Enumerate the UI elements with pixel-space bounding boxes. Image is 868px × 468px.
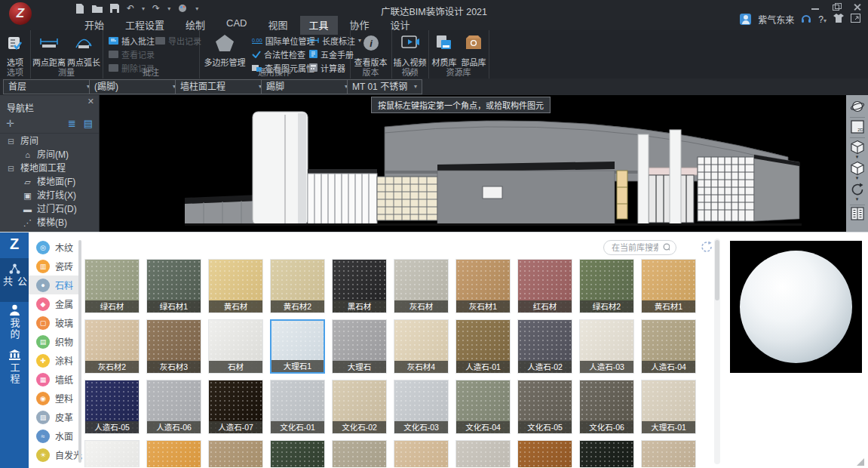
- sidebar-section-project[interactable]: 工程: [0, 344, 29, 394]
- search-input[interactable]: [610, 242, 660, 253]
- material-card[interactable]: [579, 440, 634, 467]
- headset-icon[interactable]: [801, 14, 811, 26]
- category-item[interactable]: ◎ 木纹: [29, 238, 81, 257]
- context-dropdown[interactable]: (踢脚)▾: [89, 79, 181, 94]
- rotate-view-button[interactable]: ▾: [849, 182, 866, 202]
- material-card[interactable]: 人造石-06: [146, 380, 201, 434]
- view-2d-button[interactable]: 2D: [849, 119, 866, 134]
- options-button[interactable]: 选项: [2, 32, 29, 68]
- cube-caret-icon[interactable]: ▾: [856, 155, 859, 159]
- category-item[interactable]: ▤ 织物: [29, 332, 81, 351]
- close-button[interactable]: [853, 3, 862, 11]
- material-card[interactable]: 灰石材4: [394, 319, 449, 374]
- material-card[interactable]: 绿石材2: [579, 259, 634, 313]
- tree-item[interactable]: ▣ 波打线(X): [0, 189, 99, 202]
- user-avatar[interactable]: [740, 14, 751, 25]
- category-item[interactable]: ◆ 金属: [29, 294, 81, 313]
- material-card[interactable]: 黄石材: [208, 259, 263, 313]
- schedule-button[interactable]: [849, 207, 866, 220]
- tree-item[interactable]: ⊟ 楼地面工程: [0, 162, 99, 175]
- material-card[interactable]: [517, 440, 572, 467]
- context-dropdown[interactable]: MT 01 不锈钢▾: [347, 79, 422, 94]
- rotate-caret-icon[interactable]: ▾: [856, 197, 859, 202]
- sidebar-section-mine[interactable]: 我的: [0, 299, 29, 347]
- category-item[interactable]: ▥ 瓷砖: [29, 257, 81, 276]
- category-item[interactable]: ≈ 水面: [29, 426, 81, 445]
- view-record-button[interactable]: 查看记录: [109, 48, 155, 60]
- menu-tab[interactable]: 绘制: [176, 16, 214, 35]
- menu-tab[interactable]: CAD: [217, 16, 256, 35]
- tree-item[interactable]: ⋰ 楼梯(B): [0, 216, 99, 229]
- material-card[interactable]: 文化石-03: [394, 380, 449, 434]
- view-version-button[interactable]: i 查看版本: [351, 32, 390, 68]
- category-item[interactable]: ✚ 涂料: [29, 351, 81, 370]
- material-card[interactable]: 黑石材: [332, 259, 387, 313]
- material-card[interactable]: [270, 440, 325, 467]
- material-card[interactable]: 人造石-03: [579, 319, 634, 374]
- material-card[interactable]: [641, 440, 696, 467]
- menu-tab[interactable]: 开始: [75, 16, 113, 35]
- material-card[interactable]: 人造石-01: [455, 319, 511, 374]
- add-view-icon[interactable]: ✛: [6, 118, 14, 129]
- material-card[interactable]: 人造石-02: [517, 319, 572, 374]
- material-card[interactable]: 灰石材: [394, 259, 449, 313]
- material-card[interactable]: 大理石1: [270, 319, 325, 374]
- material-card[interactable]: 人造石-05: [84, 380, 140, 434]
- material-card[interactable]: [332, 440, 387, 467]
- insert-annotation-button[interactable]: 插入批注: [109, 35, 155, 46]
- menu-tab[interactable]: 工程设置: [116, 16, 173, 35]
- material-card[interactable]: 人造石-07: [208, 380, 263, 434]
- two-point-distance-button[interactable]: 两点距离: [32, 32, 66, 68]
- tree-item[interactable]: ▬ 过门石(D): [0, 202, 99, 216]
- material-card[interactable]: 人造石-04: [641, 319, 696, 374]
- material-card[interactable]: [455, 440, 511, 467]
- material-card[interactable]: [146, 440, 201, 467]
- tree-item[interactable]: ⌂ 房间(M): [0, 148, 99, 162]
- cube-alt-view-button[interactable]: ▾: [849, 161, 866, 180]
- category-scrollbar[interactable]: [78, 240, 81, 463]
- category-item[interactable]: ● 石料: [29, 276, 81, 294]
- material-card[interactable]: 黄石材2: [270, 259, 325, 313]
- material-card[interactable]: 石材: [208, 319, 263, 374]
- material-card[interactable]: 绿石材1: [146, 259, 201, 313]
- cube-alt-caret-icon[interactable]: ▾: [856, 176, 859, 180]
- tree-item[interactable]: ⊟ 房间: [0, 134, 99, 148]
- resize-grip[interactable]: [857, 458, 864, 466]
- material-card[interactable]: [84, 440, 140, 467]
- context-dropdown[interactable]: 踢脚▾: [261, 79, 353, 94]
- category-item[interactable]: ◉ 塑料: [29, 389, 81, 408]
- menu-tab[interactable]: 视图: [259, 16, 297, 35]
- two-point-arc-button[interactable]: 两点弧长: [67, 32, 100, 68]
- tree-item[interactable]: ▱ 楼地面(F): [0, 175, 99, 189]
- navigator-close-icon[interactable]: ✕: [87, 97, 94, 106]
- unit-manage-button[interactable]: 0.00 国际单位管理: [252, 35, 315, 46]
- material-card[interactable]: [208, 440, 263, 467]
- expand-icon[interactable]: [851, 14, 860, 25]
- minimize-button[interactable]: [811, 3, 820, 11]
- material-card[interactable]: 红石材: [517, 259, 572, 313]
- material-card[interactable]: 灰石材3: [146, 319, 201, 374]
- polygon-manage-button[interactable]: 多边形管理: [202, 32, 247, 68]
- material-card[interactable]: 黄石材1: [641, 259, 696, 313]
- theme-icon[interactable]: [833, 14, 844, 25]
- cube-view-button[interactable]: ▾: [849, 140, 866, 159]
- material-card[interactable]: 文化石-01: [270, 380, 325, 434]
- category-item[interactable]: ▢ 玻璃: [29, 313, 81, 332]
- material-card[interactable]: 灰石材1: [455, 259, 511, 313]
- category-item[interactable]: ▨ 皮革: [29, 408, 81, 426]
- viewport-3d[interactable]: 按鼠标左键指定第一个角点，或拾取构件图元: [0, 95, 846, 232]
- part-lib-button[interactable]: 部品库: [459, 32, 488, 68]
- material-lib-button[interactable]: 材质库: [430, 32, 459, 68]
- material-card[interactable]: 文化石-02: [332, 380, 387, 434]
- legality-check-button[interactable]: 合法性检查: [252, 48, 305, 60]
- material-card[interactable]: 灰石材2: [84, 319, 140, 374]
- category-item[interactable]: ▦ 墙纸: [29, 370, 81, 389]
- panel-view-icon[interactable]: ▤: [84, 118, 93, 129]
- sidebar-section-public[interactable]: 公共: [0, 258, 29, 302]
- material-card[interactable]: 文化石-04: [455, 380, 511, 434]
- menu-tab[interactable]: 协作: [341, 16, 379, 35]
- menu-tab[interactable]: 设计: [382, 16, 419, 35]
- refresh-button[interactable]: [700, 240, 713, 254]
- hardware-manual-button[interactable]: 五金手册: [309, 48, 354, 60]
- list-view-icon[interactable]: ≣: [68, 118, 76, 129]
